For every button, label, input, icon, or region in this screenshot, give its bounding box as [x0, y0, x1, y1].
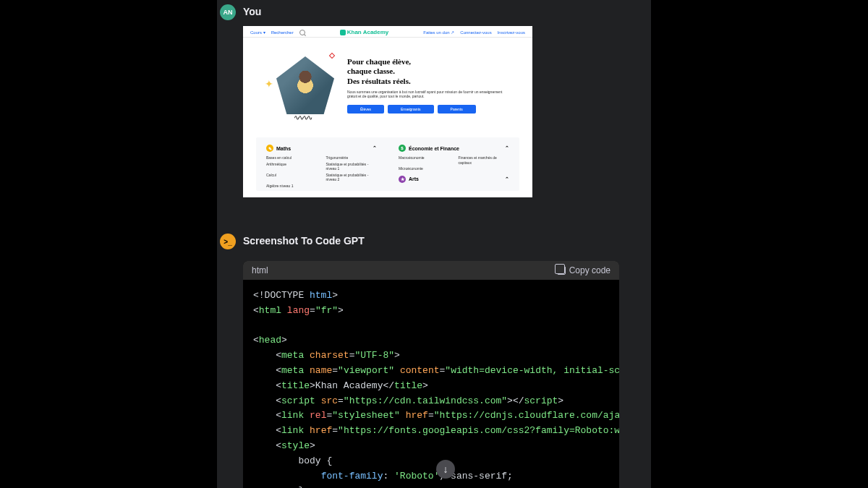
btn-eleves[interactable]: Élèves: [347, 105, 384, 114]
code-header: html Copy code: [243, 261, 619, 280]
eco-title: Économie et Finance: [409, 146, 459, 151]
nav-signup[interactable]: Inscrivez-vous: [498, 30, 525, 35]
nav-search-label[interactable]: Rechercher: [271, 30, 294, 35]
chevron-up-icon[interactable]: ⌃: [373, 145, 377, 151]
bot-label: Screenshot To Code GPT: [243, 235, 365, 249]
arrow-down-icon: ↓: [443, 463, 448, 475]
user-avatar: AN: [220, 4, 236, 20]
star-icon: ✦: [265, 78, 273, 90]
student-photo: [276, 56, 334, 114]
nav-cours[interactable]: Cours ▾: [250, 30, 265, 35]
search-icon[interactable]: [299, 30, 305, 35]
code-lang-label: html: [252, 265, 268, 275]
chevron-up-icon[interactable]: ⌃: [505, 176, 509, 182]
subjects-grid: ✎ Maths ⌃ Bases en calcul Trigonométrie …: [256, 137, 519, 191]
btn-parents[interactable]: Parents: [438, 105, 476, 114]
bot-avatar: >_: [220, 234, 236, 249]
maths-title: Maths: [276, 146, 291, 151]
btn-enseignants[interactable]: Enseignants: [388, 105, 434, 114]
hero-image: ✦ ∿∿∿∿: [265, 49, 334, 121]
hero-subtext: Nous sommes une organisation à but non l…: [347, 90, 511, 99]
code-block: html Copy code <!DOCTYPE html> <html lan…: [243, 261, 619, 488]
khan-navbar: Cours ▾ Rechercher Khan Academy Faites u…: [243, 26, 532, 38]
eco-icon: $: [399, 145, 406, 152]
chat-area: AN You Cours ▾ Rechercher Khan Academy F…: [217, 0, 651, 488]
nav-login[interactable]: Connectez-vous: [460, 30, 491, 35]
subject-maths: ✎ Maths ⌃ Bases en calcul Trigonométrie …: [266, 145, 377, 188]
arts-title: Arts: [409, 176, 419, 181]
user-message: AN You: [217, 0, 651, 27]
code-content[interactable]: <!DOCTYPE html> <html lang="fr"> <head> …: [243, 280, 619, 488]
logo-icon: [340, 30, 346, 35]
eco-list: Macroéconomie Finances et marchés de cap…: [399, 155, 509, 171]
arts-icon: ★: [399, 176, 406, 183]
hero-text: Pour chaque élève, chaque classe. Des ré…: [347, 57, 511, 114]
scroll-down-button[interactable]: ↓: [436, 460, 455, 479]
subject-eco: $ Économie et Finance ⌃ Macroéconomie Fi…: [399, 145, 509, 188]
hero-heading: Pour chaque élève, chaque classe. Des ré…: [347, 57, 511, 86]
copy-code-button[interactable]: Copy code: [557, 265, 610, 275]
maths-list: Bases en calcul Trigonométrie Arithmétiq…: [266, 155, 377, 188]
maths-icon: ✎: [266, 145, 273, 152]
squiggle-icon: ∿∿∿∿: [294, 114, 311, 121]
hero-section: ✦ ∿∿∿∿ Pour chaque élève, chaque classe.…: [243, 38, 532, 129]
khan-logo[interactable]: Khan Academy: [340, 29, 389, 35]
nav-donate[interactable]: Faites un don ↗: [423, 30, 454, 35]
clipboard-icon: [557, 266, 566, 275]
chevron-up-icon[interactable]: ⌃: [505, 145, 509, 151]
diamond-icon: [329, 53, 335, 59]
user-label: You: [243, 6, 261, 20]
bot-message: >_ Screenshot To Code GPT: [217, 229, 651, 257]
khan-screenshot: Cours ▾ Rechercher Khan Academy Faites u…: [243, 26, 532, 197]
